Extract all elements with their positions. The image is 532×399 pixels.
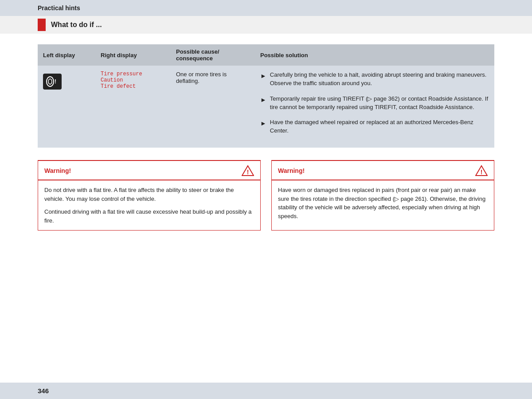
tire-pressure-icon: ! — [43, 74, 62, 90]
warning-2-para-1: Have worn or damaged tires replaced in p… — [278, 186, 488, 220]
col-header-right-display: Right display — [95, 44, 171, 66]
solution-item-2: ► Temporarily repair tire using TIREFIT … — [260, 95, 489, 112]
warning-label-1: Warning! — [44, 167, 71, 174]
main-content: Left display Right display Possible caus… — [0, 44, 532, 231]
header-title: Practical hints — [38, 4, 80, 12]
svg-point-0 — [47, 77, 54, 86]
col-header-cause: Possible cause/consequence — [171, 44, 255, 66]
bottom-bar: 346 — [0, 383, 532, 399]
warning-1-para-1: Do not drive with a flat tire. A flat ti… — [44, 186, 254, 203]
solution-cell: ► Carefully bring the vehicle to a halt,… — [255, 66, 494, 148]
solution-item-3: ► Have the damaged wheel repaired or rep… — [260, 118, 489, 135]
section-bar: What to do if ... — [0, 16, 532, 34]
right-display-cell: Tire pressureCautionTire defect — [95, 66, 171, 148]
warning-triangle-icon-1: ! — [242, 164, 254, 177]
svg-text:!: ! — [481, 168, 483, 176]
warning-header-2: Warning! ! — [272, 161, 494, 180]
col-header-left-display: Left display — [38, 44, 95, 66]
svg-text:!: ! — [55, 78, 56, 85]
warning-label-2: Warning! — [278, 167, 305, 174]
warning-body-1: Do not drive with a flat tire. A flat ti… — [38, 180, 260, 230]
svg-text:!: ! — [247, 168, 249, 176]
arrow-icon-1: ► — [260, 71, 266, 80]
table-row: ! Tire pressureCautionTire defect One or… — [38, 66, 494, 148]
solution-text-2: Temporarily repair tire using TIREFIT (▷… — [270, 95, 489, 112]
warning-body-2: Have worn or damaged tires replaced in p… — [272, 180, 494, 226]
warning-1-para-2: Continued driving with a flat tire will … — [44, 207, 254, 225]
arrow-icon-2: ► — [260, 95, 266, 104]
col-header-solution: Possible solution — [255, 44, 494, 66]
red-block-decoration — [38, 19, 46, 31]
left-display-cell: ! — [38, 66, 95, 148]
page-number: 346 — [38, 387, 49, 395]
solution-list: ► Carefully bring the vehicle to a halt,… — [260, 71, 489, 135]
solution-item-1: ► Carefully bring the vehicle to a halt,… — [260, 71, 489, 88]
solution-text-1: Carefully bring the vehicle to a halt, a… — [270, 71, 489, 88]
info-table: Left display Right display Possible caus… — [38, 44, 494, 148]
warning-triangle-icon-2: ! — [475, 164, 488, 177]
top-bar: Practical hints — [0, 0, 532, 16]
svg-point-1 — [48, 79, 52, 84]
section-title: What to do if ... — [51, 21, 102, 29]
warning-header-1: Warning! ! — [38, 161, 260, 180]
arrow-icon-3: ► — [260, 119, 266, 128]
cause-cell: One or more tires is deflating. — [171, 66, 255, 148]
warning-box-2: Warning! ! Have worn or damaged tires re… — [271, 160, 494, 231]
solution-text-3: Have the damaged wheel repaired or repla… — [270, 118, 489, 135]
warnings-row: Warning! ! Do not drive with a flat tire… — [38, 160, 494, 231]
warning-box-1: Warning! ! Do not drive with a flat tire… — [38, 160, 261, 231]
